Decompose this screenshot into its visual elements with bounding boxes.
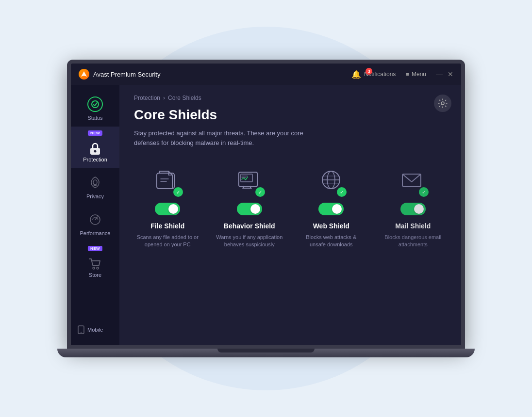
- title-bar-right: 3 🔔 Notifications ≡ Menu — ✕: [351, 70, 453, 79]
- web-shield-desc: Blocks web attacks & unsafe downloads: [298, 234, 365, 249]
- web-shield-name: Web Shield: [313, 222, 349, 230]
- protection-new-badge: NEW: [88, 130, 102, 136]
- window-controls: — ✕: [436, 71, 453, 78]
- sidebar-performance-label: Performance: [80, 230, 111, 236]
- sidebar-bottom: Mobile: [71, 320, 119, 340]
- laptop-screen: Avast Premium Security 3 🔔 Notifications…: [67, 60, 465, 349]
- laptop-notch: [217, 349, 315, 353]
- sidebar-store-label: Store: [89, 272, 101, 278]
- svg-point-9: [441, 102, 444, 105]
- status-icon: [86, 96, 104, 113]
- file-shield-desc: Scans any file added to or opened on you…: [134, 234, 201, 249]
- web-shield-toggle[interactable]: ✓: [318, 203, 344, 215]
- laptop-base: [57, 349, 475, 357]
- sidebar-item-privacy[interactable]: Privacy: [71, 168, 119, 205]
- mail-shield-card: ✓ ✓ Mail Shield Blocks dangerous email a…: [380, 167, 447, 249]
- page-title: Core Shields: [134, 107, 447, 123]
- sidebar-item-mobile[interactable]: Mobile: [71, 320, 119, 340]
- web-shield-card: ✓ ✓ Web Shield Blocks web attacks & unsa…: [298, 167, 365, 249]
- performance-icon: [86, 211, 104, 228]
- avast-logo: [79, 69, 89, 80]
- sidebar-item-performance[interactable]: Performance: [71, 205, 119, 242]
- breadcrumb-separator: ›: [163, 95, 165, 101]
- app-title: Avast Premium Security: [93, 71, 160, 78]
- minimize-button[interactable]: —: [436, 71, 443, 78]
- page-subtitle: Stay protected against all major threats…: [134, 128, 318, 147]
- main-content: Status NEW Protection: [71, 85, 461, 345]
- sidebar: Status NEW Protection: [71, 85, 119, 345]
- sidebar-item-status[interactable]: Status: [71, 90, 119, 127]
- store-cart-icon: [87, 257, 103, 272]
- behavior-shield-check: ✓: [255, 187, 265, 197]
- mail-shield-icon: ✓: [399, 167, 428, 196]
- behavior-shield-icon: ✓: [235, 167, 264, 196]
- mail-shield-desc: Blocks dangerous email attachments: [380, 234, 447, 249]
- laptop-wrapper: Avast Premium Security 3 🔔 Notifications…: [57, 60, 475, 357]
- svg-point-6: [97, 267, 99, 269]
- bell-icon: 🔔: [351, 70, 361, 79]
- check-circle-icon: [87, 96, 103, 112]
- web-shield-check: ✓: [337, 187, 347, 197]
- behavior-shield-desc: Warns you if any application behaves sus…: [216, 234, 283, 249]
- close-button[interactable]: ✕: [448, 71, 453, 78]
- svg-rect-10: [157, 173, 174, 189]
- settings-gear-button[interactable]: [434, 95, 451, 112]
- app-window: Avast Premium Security 3 🔔 Notifications…: [71, 64, 461, 345]
- menu-label: Menu: [412, 71, 426, 78]
- breadcrumb-parent[interactable]: Protection: [134, 95, 160, 101]
- menu-button[interactable]: ≡ Menu: [405, 71, 426, 78]
- mail-shield-toggle[interactable]: ✓: [400, 203, 426, 215]
- web-shield-icon: ✓: [316, 167, 346, 196]
- file-shield-card: ✓ ✓ File Shield Scans any file added to …: [134, 167, 201, 249]
- breadcrumb: Protection › Core Shields: [134, 95, 447, 101]
- behavior-shield-toggle[interactable]: ✓: [237, 203, 262, 215]
- sidebar-item-store[interactable]: NEW Store: [71, 242, 119, 284]
- svg-point-5: [93, 267, 95, 269]
- store-new-badge: NEW: [88, 246, 102, 251]
- svg-point-2: [94, 150, 97, 153]
- mail-shield-name: Mail Shield: [395, 222, 431, 230]
- file-shield-toggle[interactable]: ✓: [155, 203, 180, 215]
- privacy-icon: [86, 174, 104, 192]
- behavior-shield-card: ✓ ✓ Behavior Shield Warns you if any app…: [216, 167, 283, 249]
- title-bar-left: Avast Premium Security: [79, 69, 160, 80]
- svg-point-8: [81, 332, 82, 333]
- sidebar-protection-label: Protection: [83, 157, 107, 162]
- mail-shield-check: ✓: [419, 187, 429, 197]
- file-shield-toggle-wrap: ✓: [155, 203, 180, 215]
- hamburger-icon: ≡: [405, 71, 409, 78]
- file-shield-check: ✓: [173, 187, 183, 197]
- sidebar-item-protection[interactable]: NEW Protection: [71, 127, 119, 168]
- sidebar-privacy-label: Privacy: [86, 193, 104, 199]
- notification-badge: 3: [366, 68, 372, 75]
- mobile-label: Mobile: [87, 327, 103, 333]
- shields-row: ✓ ✓ File Shield Scans any file added to …: [134, 167, 447, 249]
- breadcrumb-current: Core Shields: [168, 95, 201, 101]
- content-area: Protection › Core Shields Core Shields S…: [119, 85, 461, 345]
- file-shield-icon: ✓: [153, 167, 182, 196]
- mail-shield-toggle-wrap: ✓: [400, 203, 426, 215]
- title-bar: Avast Premium Security 3 🔔 Notifications…: [71, 64, 461, 85]
- behavior-shield-name: Behavior Shield: [224, 222, 275, 230]
- web-shield-toggle-wrap: ✓: [318, 203, 344, 215]
- notifications-button[interactable]: 3 🔔 Notifications: [351, 70, 396, 79]
- protection-lock-icon: [87, 141, 103, 157]
- svg-point-3: [93, 180, 97, 185]
- behavior-shield-toggle-wrap: ✓: [237, 203, 262, 215]
- file-shield-name: File Shield: [150, 222, 184, 230]
- sidebar-status-label: Status: [87, 115, 102, 121]
